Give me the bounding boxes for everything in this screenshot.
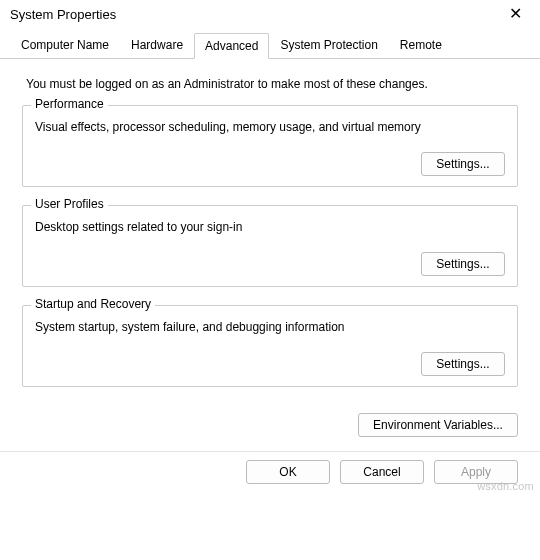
group-startup-recovery-desc: System startup, system failure, and debu… [35,320,505,334]
tab-system-protection[interactable]: System Protection [269,32,388,58]
close-icon[interactable]: ✕ [500,6,530,22]
tab-panel-advanced: You must be logged on as an Administrato… [0,59,540,413]
group-performance-legend: Performance [31,97,108,111]
cancel-button[interactable]: Cancel [340,460,424,484]
user-profiles-settings-button[interactable]: Settings... [421,252,505,276]
tab-hardware[interactable]: Hardware [120,32,194,58]
window-title: System Properties [10,7,116,22]
apply-button[interactable]: Apply [434,460,518,484]
group-startup-recovery: Startup and Recovery System startup, sys… [22,305,518,387]
tab-computer-name[interactable]: Computer Name [10,32,120,58]
performance-settings-button[interactable]: Settings... [421,152,505,176]
group-performance: Performance Visual effects, processor sc… [22,105,518,187]
ok-button[interactable]: OK [246,460,330,484]
group-performance-desc: Visual effects, processor scheduling, me… [35,120,505,134]
environment-variables-button[interactable]: Environment Variables... [358,413,518,437]
tab-advanced[interactable]: Advanced [194,33,269,59]
title-bar: System Properties ✕ [0,0,540,28]
group-user-profiles-legend: User Profiles [31,197,108,211]
tab-strip: Computer Name Hardware Advanced System P… [0,32,540,59]
tab-remote[interactable]: Remote [389,32,453,58]
dialog-footer: OK Cancel Apply [0,451,540,484]
group-user-profiles-desc: Desktop settings related to your sign-in [35,220,505,234]
admin-notice: You must be logged on as an Administrato… [26,77,514,91]
group-startup-recovery-legend: Startup and Recovery [31,297,155,311]
startup-recovery-settings-button[interactable]: Settings... [421,352,505,376]
group-user-profiles: User Profiles Desktop settings related t… [22,205,518,287]
